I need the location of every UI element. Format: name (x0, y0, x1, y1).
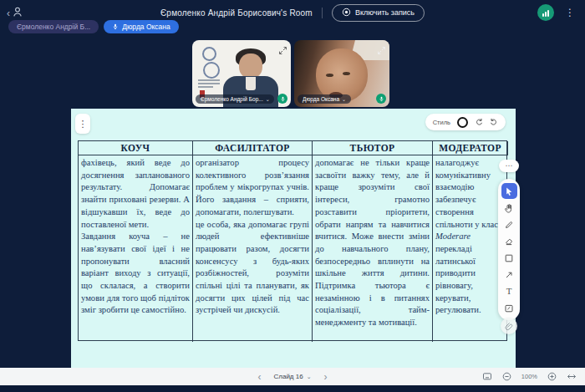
table-cell-coach: фахівець, який веде до досягнення заплан… (79, 155, 193, 342)
poster-text (198, 79, 220, 89)
fit-frame-button[interactable] (482, 372, 492, 381)
shape-tool[interactable] (501, 250, 517, 266)
video-tile-host[interactable]: Єрмоленко Андрій Бор... ⌄ (192, 40, 291, 107)
toolbar-more-button[interactable]: ⋯ (499, 160, 519, 172)
chevron-down-icon: ⌄ (342, 96, 346, 102)
emblem (202, 47, 216, 61)
roles-table: КОУЧ ФАСИЛІТАТОР ТЬЮТОР МОДЕРАТОР фахіве… (78, 140, 507, 341)
bottom-strip (0, 385, 585, 392)
text-tool-icon: T (506, 287, 512, 296)
pan-hand-tool[interactable] (501, 200, 517, 216)
arrow-tool[interactable] (501, 267, 517, 283)
speaker-pill-active: Дюрда Оксана (104, 20, 179, 33)
participant-name-menu[interactable]: Єрмоленко Андрій Бор... ⌄ (196, 94, 274, 104)
table-header-moderator: МОДЕРАТОР (433, 141, 508, 155)
eraser-icon (504, 237, 514, 247)
sticky-note-tool[interactable] (501, 300, 517, 316)
more-menu-icon[interactable]: ⋮ (563, 7, 577, 18)
next-slide-button[interactable]: › (324, 372, 328, 382)
eraser-tool[interactable] (501, 233, 517, 249)
video-strip: Єрмоленко Андрій Бор... ⌄ Дюрда Оксана ⌄ (192, 40, 389, 107)
color-style-button[interactable] (457, 117, 468, 128)
select-tool[interactable] (501, 183, 517, 199)
undo-button[interactable] (490, 118, 498, 126)
divider (322, 8, 323, 18)
record-button[interactable]: Включить запись (332, 4, 425, 22)
mic-status-icon (277, 94, 287, 104)
fit-width-button[interactable] (567, 372, 577, 381)
cursor-icon (504, 186, 514, 196)
arrow-up-right-icon (504, 270, 514, 280)
table-header-facilitator: ФАСИЛІТАТОР (193, 141, 313, 155)
plus-circle-icon (547, 372, 557, 381)
latin-term: Moderare (435, 232, 471, 241)
table-header-coach: КОУЧ (79, 141, 193, 155)
table-cell-moderator: налагоджує комунікативну взаємодію забез… (433, 155, 508, 342)
style-label: Стиль (433, 119, 450, 126)
mic-icon (112, 23, 119, 30)
record-icon (342, 8, 351, 18)
participants-button[interactable]: ‹ (7, 6, 23, 21)
whiteboard-footer: ‹ Слайд 16 ⌄ › 100% (0, 368, 585, 385)
hand-icon (504, 203, 514, 213)
table-header-tutor: ТЬЮТОР (313, 141, 433, 155)
person-icon (12, 6, 23, 21)
style-toolbar: Стиль (425, 114, 506, 130)
note-edit-icon (504, 303, 514, 313)
attachment-button[interactable] (501, 318, 517, 334)
slide-navigation: ‹ Слайд 16 ⌄ › (257, 372, 327, 382)
pen-tool[interactable] (501, 216, 517, 232)
speaker-pill: Єрмоленко Андрій Б... (8, 20, 99, 33)
expand-icon[interactable] (377, 43, 386, 53)
pencil-icon (504, 220, 514, 230)
text-tool[interactable]: T (501, 283, 517, 299)
participant-name-menu[interactable]: Дюрда Оксана ⌄ (298, 94, 351, 104)
room-title: Єрмоленко Андрій Борисович's Room (160, 8, 313, 18)
previous-slide-button[interactable]: ‹ (257, 372, 261, 382)
zoom-out-button[interactable] (502, 372, 511, 381)
paperclip-icon (504, 321, 514, 331)
zoom-in-button[interactable] (547, 372, 557, 381)
zoom-controls: 100% (482, 368, 577, 385)
whiteboard-canvas[interactable]: ⋮ Стиль КОУЧ ФАСИЛІТАТОР ТЬЮТОР МОДЕРАТО… (71, 109, 516, 368)
minus-circle-icon (502, 372, 511, 381)
connection-stats-button[interactable] (537, 4, 554, 21)
meeting-window: ‹ Єрмоленко Андрій Борисович's Room Вклю… (0, 0, 585, 392)
frame-icon (482, 372, 492, 381)
redo-button[interactable] (475, 118, 483, 126)
record-button-label: Включить запись (355, 8, 415, 17)
chevron-down-icon: ⌄ (307, 374, 312, 380)
table-cell-tutor: допомагає не тільки краще засвоїти важку… (313, 155, 433, 342)
drawing-toolbar: T (498, 179, 520, 320)
table-cell-facilitator: організатор процесу колективного розв’яз… (193, 155, 313, 342)
whiteboard-menu-button[interactable]: ⋮ (75, 114, 90, 134)
video-tile-guest[interactable]: Дюрда Оксана ⌄ (294, 40, 389, 107)
top-bar-right: ⋮ (537, 4, 577, 21)
slide-selector[interactable]: Слайд 16 ⌄ (273, 373, 311, 380)
mic-status-icon (376, 94, 386, 104)
bar-chart-icon (542, 13, 544, 17)
chevron-left-icon: ‹ (7, 8, 10, 18)
chevron-down-icon: ⌄ (266, 96, 270, 102)
emblem (203, 62, 220, 79)
expand-icon[interactable] (278, 43, 287, 53)
zoom-level: 100% (521, 373, 537, 380)
rectangle-icon (504, 253, 514, 263)
speaking-indicators: Єрмоленко Андрій Б... Дюрда Оксана (8, 20, 179, 33)
horizontal-arrows-icon (567, 372, 577, 381)
